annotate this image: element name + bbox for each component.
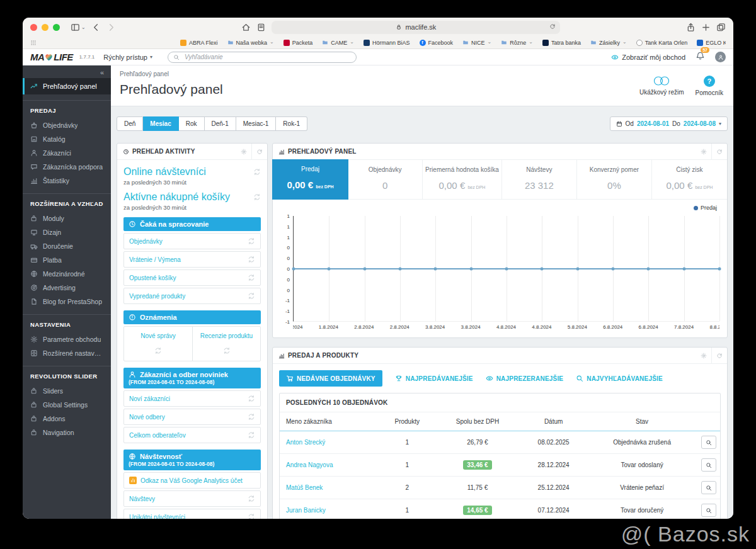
activity-item-novi-zakaznici[interactable]: Noví zákazníci xyxy=(123,390,261,407)
kpi-cisty-zisk[interactable]: Čistý zisk0,00 € bez DPH xyxy=(652,160,727,199)
customer-link[interactable]: Andrea Nagyova xyxy=(286,461,333,468)
search-input[interactable] xyxy=(183,53,351,61)
sidebar-item-zakaznicka-podpora[interactable]: Zákaznícka podpora xyxy=(23,160,111,174)
help-button[interactable]: ? Pomocník xyxy=(696,76,723,96)
activity-item-nove-odbery[interactable]: Nové odbery xyxy=(123,409,261,425)
new-tab-icon[interactable] xyxy=(701,23,711,32)
filter-den[interactable]: Deň xyxy=(117,116,143,131)
activity-item-opustene-kosiky[interactable]: Opustené košíky xyxy=(123,269,261,286)
tab-najvyhladavanejsie[interactable]: NAJVYHĽADÁVANEJŠIE xyxy=(576,375,663,382)
online-visitors-link[interactable]: Online návštevníci xyxy=(123,166,261,178)
sidebar-item-advertising[interactable]: Advertising xyxy=(23,281,111,295)
refresh-icon[interactable] xyxy=(711,348,727,364)
zoom-button[interactable] xyxy=(53,24,60,31)
share-icon[interactable] xyxy=(686,23,696,32)
activity-metric[interactable]: Recenzie produktu xyxy=(192,327,260,361)
quick-access-dropdown[interactable]: Rýchly prístup ▾ xyxy=(103,54,152,61)
kpi-objednavky[interactable]: Objednávky0 xyxy=(348,160,423,199)
minimize-button[interactable] xyxy=(42,24,49,31)
kpi-konverzny-pomer[interactable]: Konverzný pomer0% xyxy=(577,160,652,199)
tab-nedavne-objednavky[interactable]: NEDÁVNE OBJEDNÁVKY xyxy=(279,370,382,387)
bookmark-came[interactable]: CAME⌄ xyxy=(322,39,354,47)
view-order-button[interactable] xyxy=(701,504,716,517)
customer-link[interactable]: Anton Strecký xyxy=(286,439,325,446)
activity-item-navstevy[interactable]: Návštevy xyxy=(123,490,261,507)
sidebar-item-medzinarodne[interactable]: Medzinárodné xyxy=(23,267,111,281)
customer-link[interactable]: Matúš Benek xyxy=(286,484,323,491)
sidebar-item-moduly[interactable]: Moduly xyxy=(23,212,111,225)
sidebar-item-dizajn[interactable]: Dizajn xyxy=(23,225,111,239)
sidebar-item-addons[interactable]: Addons xyxy=(23,412,111,426)
bookmark-zasielky[interactable]: Zásielky⌄ xyxy=(590,39,627,47)
sidebar-item-katalog[interactable]: Katalóg xyxy=(23,132,111,146)
activity-item-vypredane-produkty[interactable]: Vypredané produkty xyxy=(123,288,261,304)
gear-icon[interactable] xyxy=(696,144,711,160)
filter-rok[interactable]: Rok xyxy=(179,116,205,131)
bookmark-abra-flexi[interactable]: ABRA Flexi xyxy=(180,40,218,46)
sidebar-item-navigation[interactable]: Navigation xyxy=(23,426,111,439)
sidebar-item-dashboard[interactable]: Prehľadový panel xyxy=(23,78,111,94)
activity-sections: Čaká na spracovanieObjednávkyVrátenie / … xyxy=(123,217,261,519)
refresh-icon[interactable] xyxy=(549,23,556,31)
filter-rok-1[interactable]: Rok-1 xyxy=(276,116,307,131)
activity-item-celkom-odberatelov[interactable]: Celkom odberateľov xyxy=(123,427,261,443)
kpi-navstevy[interactable]: Návštevy23 312 xyxy=(502,160,577,199)
view-order-button[interactable] xyxy=(701,436,716,449)
tab-najpredavanejsie[interactable]: NAJPREDÁVANEJŠIE xyxy=(395,375,473,382)
active-carts-link[interactable]: Aktívne nákupné košíky xyxy=(123,191,261,203)
bookmark-rozne[interactable]: Rôzne⌄ xyxy=(501,39,533,47)
gear-icon[interactable] xyxy=(236,144,251,160)
gear-icon[interactable] xyxy=(696,348,711,364)
google-analytics-link[interactable]: Odkaz na Váš Google Analytics účet xyxy=(123,472,261,489)
sidebar-item-rozsirene-nastavenia[interactable]: Rozšírené nastavenia xyxy=(23,346,111,360)
back-icon[interactable] xyxy=(91,23,101,32)
sidebar-item-zakaznici[interactable]: Zákazníci xyxy=(23,146,111,160)
bookmark-tatra-banka[interactable]: Tatra banka xyxy=(542,40,581,46)
filter-mesiac[interactable]: Mesiac xyxy=(143,116,178,131)
sidebar-item-blog-for-prestashop[interactable]: Blog for PrestaShop xyxy=(23,295,111,308)
filter-mesiac-1[interactable]: Mesiac-1 xyxy=(236,116,277,131)
address-bar[interactable]: maclife.sk xyxy=(272,21,560,34)
view-shop-link[interactable]: Zobraziť môj obchod xyxy=(611,54,685,61)
sidebar-item-global-settings[interactable]: Global Settings xyxy=(23,398,111,412)
kpi-predaj[interactable]: Predaj0,00 € bez DPH xyxy=(272,159,348,200)
view-order-button[interactable] xyxy=(701,458,716,472)
bookmark-facebook[interactable]: fFacebook xyxy=(420,40,454,46)
sidebar-item-objednavky[interactable]: Objednávky xyxy=(23,118,111,132)
activity-item-objednavky[interactable]: Objednávky xyxy=(123,233,261,249)
shop-logo[interactable]: MA LIFE xyxy=(30,52,73,62)
demo-mode-toggle[interactable]: Ukážkový režim xyxy=(639,76,684,96)
view-order-button[interactable] xyxy=(701,481,716,494)
bookmark-eglo-kiosk[interactable]: EGLO KIOSK xyxy=(697,40,726,46)
grid-icon[interactable] xyxy=(30,40,37,46)
kpi-priemerna-hodnota-kosika[interactable]: Priemerná hodnota košíka0,00 € bez DPH xyxy=(423,160,502,199)
sidebar-item-statistiky[interactable]: Štatistiky xyxy=(23,174,111,188)
date-range-button[interactable]: Od 2024-08-01 Do 2024-08-08 ▾ xyxy=(610,116,728,131)
refresh-icon[interactable] xyxy=(251,144,267,160)
bookmark-nice[interactable]: NICE⌄ xyxy=(462,39,491,47)
bookmark-nasa-webka[interactable]: Naša webka⌄ xyxy=(227,39,274,47)
activity-metric[interactable]: Nové správy xyxy=(124,327,192,361)
bookmark-hormann-bias[interactable]: Hörmann BiAS xyxy=(364,40,410,46)
bookmark-tank-karta-orlen[interactable]: Tank Karta Orlen xyxy=(636,40,688,46)
sidebar-item-platba[interactable]: Platba xyxy=(23,253,111,267)
notifications-bell[interactable]: 57 xyxy=(696,51,705,63)
tab-overview-icon[interactable] xyxy=(716,23,726,32)
refresh-icon[interactable] xyxy=(711,144,727,160)
collapse-sidebar-icon[interactable]: « xyxy=(23,65,111,78)
forward-icon[interactable] xyxy=(106,23,116,32)
sidebar-item-parametre-obchodu[interactable]: Parametre obchodu xyxy=(23,332,111,346)
sidebar-item-dorucenie[interactable]: Doručenie xyxy=(23,239,111,253)
tab-najprezeranejsie[interactable]: NAJPREZERANEJŠIE xyxy=(486,375,564,382)
customer-link[interactable]: Juran Banicky xyxy=(286,507,326,514)
reader-icon[interactable] xyxy=(256,23,266,32)
home-icon[interactable] xyxy=(241,23,251,32)
sidebar-item-sliders[interactable]: Sliders xyxy=(23,384,111,398)
filter-den-1[interactable]: Deň-1 xyxy=(205,116,236,131)
bookmark-packeta[interactable]: Packeta xyxy=(284,40,313,46)
activity-item-unikatni-navstevnici[interactable]: Unikátni návštevníci xyxy=(123,509,261,519)
avatar[interactable] xyxy=(715,52,726,62)
close-button[interactable] xyxy=(30,24,37,31)
activity-item-vratenie-vymena[interactable]: Vrátenie / Výmena xyxy=(123,251,261,268)
sidebar-toggle-icon[interactable]: ⌄ xyxy=(71,23,86,32)
